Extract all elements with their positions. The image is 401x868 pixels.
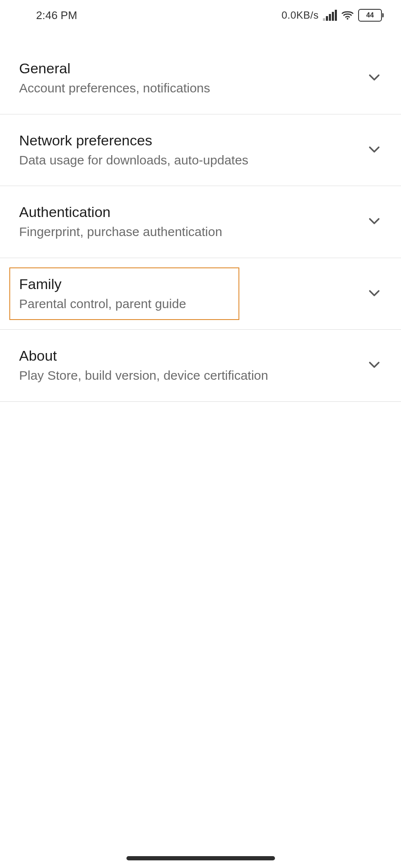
battery-icon: 44 <box>358 9 382 22</box>
settings-row-family[interactable]: Family Parental control, parent guide <box>0 258 401 330</box>
settings-row-subtitle: Fingerprint, purchase authentication <box>19 224 222 240</box>
settings-row-text: Authentication Fingerprint, purchase aut… <box>19 204 222 240</box>
chevron-down-icon <box>367 357 382 374</box>
svg-point-0 <box>347 18 348 19</box>
status-bar: 2:46 PM 0.0KB/s 44 <box>0 0 401 31</box>
chevron-down-icon <box>367 142 382 159</box>
settings-row-title: General <box>19 60 210 77</box>
settings-row-general[interactable]: General Account preferences, notificatio… <box>0 42 401 114</box>
chevron-down-icon <box>367 70 382 86</box>
settings-row-about[interactable]: About Play Store, build version, device … <box>0 330 401 402</box>
settings-row-subtitle: Play Store, build version, device certif… <box>19 367 268 384</box>
settings-row-text: About Play Store, build version, device … <box>19 348 268 384</box>
chevron-down-icon <box>367 285 382 302</box>
settings-row-title: Network preferences <box>19 132 248 149</box>
settings-row-subtitle: Parental control, parent guide <box>19 296 186 312</box>
cellular-signal-icon <box>323 10 337 21</box>
status-network-speed: 0.0KB/s <box>281 9 319 21</box>
chevron-down-icon <box>367 213 382 230</box>
home-gesture-bar[interactable] <box>126 856 275 860</box>
settings-row-network[interactable]: Network preferences Data usage for downl… <box>0 114 401 186</box>
settings-row-text: Family Parental control, parent guide <box>19 276 186 312</box>
wifi-icon <box>341 9 354 22</box>
settings-row-text: General Account preferences, notificatio… <box>19 60 210 96</box>
settings-row-title: About <box>19 348 268 364</box>
settings-row-subtitle: Data usage for downloads, auto-updates <box>19 152 248 168</box>
settings-row-authentication[interactable]: Authentication Fingerprint, purchase aut… <box>0 186 401 258</box>
settings-row-title: Family <box>19 276 186 292</box>
settings-row-subtitle: Account preferences, notifications <box>19 80 210 96</box>
battery-level: 44 <box>366 12 374 19</box>
settings-row-text: Network preferences Data usage for downl… <box>19 132 248 168</box>
status-time: 2:46 PM <box>36 9 77 22</box>
settings-row-title: Authentication <box>19 204 222 220</box>
settings-list: General Account preferences, notificatio… <box>0 31 401 402</box>
